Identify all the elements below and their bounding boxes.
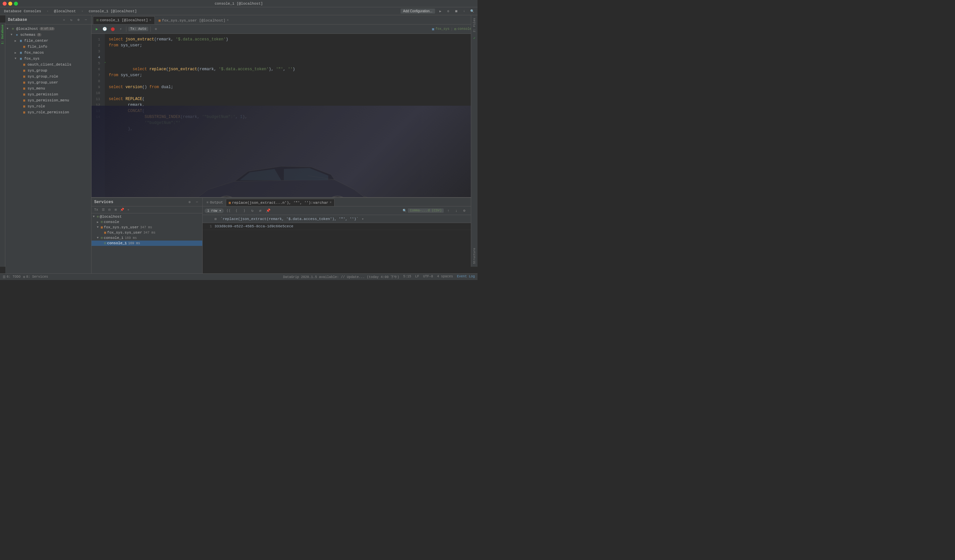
vtab-files[interactable]: 2: Files	[472, 15, 477, 35]
tree-item-sys-permission-menu[interactable]: ▦ sys_permission_menu	[5, 97, 91, 103]
db-refresh-icon[interactable]: ↻	[69, 17, 74, 23]
pin-btn[interactable]: 📌	[265, 207, 272, 214]
menu-localhost[interactable]: @localhost	[53, 9, 77, 14]
tab-icon: ⊞	[97, 18, 99, 22]
add-config-button[interactable]: Add Configuration...	[401, 9, 435, 14]
nav-first[interactable]: ⟨⟨	[225, 207, 232, 214]
tree-item-sys-group[interactable]: ▦ sys_group	[5, 68, 91, 73]
svc-console1-label: console_1	[104, 236, 124, 240]
services-collapse-icon[interactable]: —	[194, 200, 200, 205]
tx-badge[interactable]: Tx: Auto	[128, 27, 148, 31]
table-label-sys-menu: sys_menu	[28, 86, 45, 90]
execute-file-icon[interactable]: ⚡	[117, 26, 124, 33]
refresh-btn[interactable]: ↻	[249, 207, 256, 214]
tree-item-sys-group-role[interactable]: ▦ sys_group_role	[5, 73, 91, 80]
format-badge[interactable]: Comma-...d (CSV)	[408, 208, 444, 213]
console-icon: ⊞	[101, 220, 103, 224]
status-services[interactable]: ⚙ 8: Services	[23, 275, 48, 279]
rows-badge[interactable]: 1 row ▾	[205, 208, 224, 213]
run-button[interactable]: ▶	[94, 26, 100, 33]
row-value-1: 333d8c09-e522-4585-8cca-1d9c66e5cece	[214, 224, 293, 228]
svc-item-console[interactable]: ▶ ⊞ console	[92, 219, 202, 225]
tab-close-icon[interactable]: ×	[227, 19, 229, 22]
services-status-icon: ⚙	[23, 275, 25, 279]
server-badge: 9 of 13	[39, 27, 55, 31]
status-time: 5:15	[403, 275, 411, 279]
transpose-btn[interactable]: ⇄	[257, 207, 264, 214]
table-icon: ▦	[22, 68, 27, 73]
db-settings-icon[interactable]: ⚙	[76, 17, 81, 23]
download-btn[interactable]: ↓	[453, 207, 460, 214]
tab-console1[interactable]: ⊞ console_1 [@localhost] ×	[93, 16, 155, 24]
nav-prev[interactable]: ⟨	[233, 207, 240, 214]
export-btn[interactable]: ↑	[445, 207, 452, 214]
tree-item-sys-role[interactable]: ▦ sys_role	[5, 103, 91, 109]
settings-icon[interactable]: ⚙	[446, 9, 451, 14]
output-settings[interactable]: ⚙	[461, 207, 468, 214]
menu-console[interactable]: console_1 [@localhost]	[87, 9, 138, 14]
nav-next[interactable]: ⟩	[241, 207, 248, 214]
tree-item-file-info[interactable]: ▦ file_info	[5, 44, 91, 50]
list-icon[interactable]: ☰	[100, 207, 106, 212]
collapse-icon[interactable]: ⊟	[107, 207, 112, 212]
tree-item-sys-menu[interactable]: ▦ sys_menu	[5, 86, 91, 92]
menu-database-consoles[interactable]: Database Consoles	[3, 9, 42, 14]
conn-db-label[interactable]: fox_sys	[435, 27, 449, 31]
schemas-badge: 9	[37, 33, 41, 36]
db-add-icon[interactable]: ＋	[61, 17, 67, 23]
arrow-icon: ▶	[14, 51, 19, 55]
add-icon[interactable]: ＋	[126, 207, 131, 212]
tab-close-icon[interactable]: ×	[149, 19, 151, 22]
tree-item-sys-role-permission[interactable]: ▦ sys_role_permission	[5, 109, 91, 115]
svc-item-console1[interactable]: ▼ ⊞ console_1 169 ms	[92, 235, 202, 240]
status-lf: LF	[415, 275, 419, 279]
pin-icon[interactable]: 📌	[119, 207, 125, 212]
svc-item-localhost[interactable]: ▼ ⊕ @localhost	[92, 214, 202, 219]
output-tab-output[interactable]: ≡ Output	[204, 199, 226, 206]
tree-item-localhost[interactable]: ▼ ⊕ @localhost 9 of 13	[5, 26, 91, 32]
search-icon[interactable]: 🔍	[470, 9, 475, 14]
vtab-database[interactable]: 1: Database	[0, 23, 5, 46]
code-line-2: from sys_user;	[109, 42, 471, 48]
stop-icon[interactable]: ⬤	[110, 26, 116, 33]
output-tab-results[interactable]: ▦ replace(json_extract...n'), '"', ''):v…	[226, 199, 335, 206]
maximize-button[interactable]	[14, 2, 18, 6]
services-panel: Services ⚙ — Tx ☰ ⊟ ⊞ 📌 ＋ ▼ ⊕	[92, 198, 203, 273]
group-icon[interactable]: ⊞	[113, 207, 118, 212]
svc-item-fox-sys-user-sub[interactable]: ▦ fox_sys.sys_user 347 ms	[92, 230, 202, 235]
svc-console1-active-label: console_1	[107, 241, 127, 245]
menubar: Database Consoles › @localhost › console…	[0, 7, 478, 15]
row-num-1: 1	[205, 224, 212, 228]
tree-item-fox-nacos[interactable]: ▶ ▣ fox_nacos	[5, 50, 91, 56]
tx-label[interactable]: Tx	[93, 207, 99, 212]
svc-item-console1-active[interactable]: ⊞ console_1 169 ms	[92, 240, 202, 246]
stop-icon[interactable]: ⏹	[454, 9, 459, 14]
run-icon[interactable]: ▶	[438, 9, 443, 14]
tree-item-oauth[interactable]: ▦ oauth_client_details	[5, 62, 91, 68]
tab-icon: ▦	[229, 201, 231, 205]
arrow-icon[interactable]: ↓	[462, 9, 467, 14]
table-label-oauth: oauth_client_details	[28, 62, 71, 67]
clock-icon[interactable]: 🕐	[102, 26, 108, 33]
services-settings-icon[interactable]: ⚙	[187, 200, 193, 205]
toolbar-icon-1[interactable]: ≡	[152, 26, 159, 33]
minimize-button[interactable]	[8, 2, 12, 6]
tree-item-sys-group-user[interactable]: ▦ sys_group_user	[5, 80, 91, 86]
close-button[interactable]	[3, 2, 7, 6]
tab-close-icon[interactable]: ×	[330, 201, 332, 204]
tree-item-fox-sys[interactable]: ▼ ▣ fox_sys	[5, 56, 91, 62]
col-dropdown[interactable]: ▾	[362, 217, 364, 221]
db-collapse-icon[interactable]: —	[83, 17, 89, 23]
status-todo[interactable]: ☰ 6: TODO	[3, 275, 20, 279]
svc-item-fox-sys-user[interactable]: ▼ ▦ fox_sys.sys_user 347 ms	[92, 225, 202, 230]
tab-sys-user[interactable]: ▦ fox_sys.sys_user [@localhost] ×	[155, 16, 232, 24]
table-icon: ▦	[22, 110, 27, 115]
vtab-structure[interactable]: Structure	[472, 245, 477, 267]
svc-time-3: 169 ms	[125, 236, 136, 240]
format-label[interactable]: 🔍	[402, 209, 407, 213]
tree-item-schemas[interactable]: ▼ ◈ schemas 9	[5, 32, 91, 38]
col-header: `replace(json_extract(remark, '$.data.ac…	[221, 217, 359, 221]
status-event-log[interactable]: Event Log	[457, 275, 475, 279]
tree-item-file-center[interactable]: ▶ ▣ file_center	[5, 38, 91, 44]
tree-item-sys-permission[interactable]: ▦ sys_permission	[5, 92, 91, 97]
